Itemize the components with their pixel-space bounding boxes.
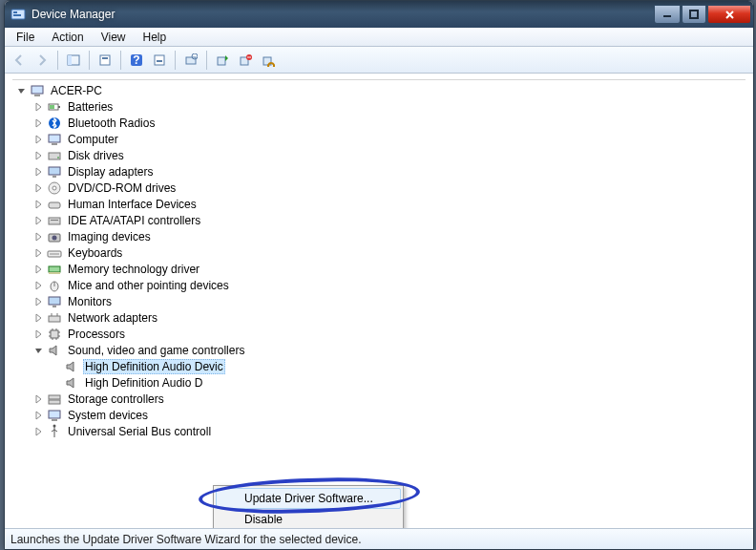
svg-point-52 — [53, 424, 56, 427]
tree-category-node[interactable]: IDE ATA/ATAPI controllers — [33, 212, 749, 228]
camera-icon — [47, 229, 62, 244]
svg-rect-33 — [49, 202, 60, 208]
svg-point-28 — [57, 157, 59, 159]
tree-category-node[interactable]: Human Interface Devices — [33, 196, 749, 212]
expander-closed-icon[interactable] — [33, 296, 45, 307]
tree-category-label: Sound, video and game controllers — [66, 344, 246, 357]
tree-category-node[interactable]: Disk drives — [33, 147, 749, 163]
expander-closed-icon[interactable] — [33, 199, 45, 210]
dvd-icon — [47, 180, 62, 196]
ctx-disable[interactable]: Disable — [216, 509, 401, 528]
tree-category-node[interactable]: Computer — [33, 131, 749, 147]
tree-category-node[interactable]: Display adapters — [33, 163, 749, 180]
tree-category-node[interactable]: Mice and other pointing devices — [33, 277, 749, 293]
svg-rect-19 — [32, 86, 43, 94]
tree-category-node[interactable]: Network adapters — [33, 309, 749, 326]
menu-file[interactable]: File — [9, 30, 42, 45]
cpu-icon — [47, 327, 62, 342]
expander-closed-icon[interactable] — [33, 247, 45, 259]
expander-open-icon[interactable] — [16, 85, 28, 96]
memory-icon — [47, 262, 62, 277]
maximize-button[interactable] — [682, 5, 706, 24]
window-title: Device Manager — [32, 8, 653, 21]
tree-device-label: High Definition Audio Devic — [83, 359, 225, 374]
mouse-icon — [47, 278, 62, 293]
menu-view[interactable]: View — [94, 30, 134, 45]
expander-closed-icon[interactable] — [33, 150, 45, 161]
tree-category-node[interactable]: System devices — [33, 407, 749, 423]
expander-closed-icon[interactable] — [33, 426, 45, 437]
scan-hardware-button[interactable] — [180, 50, 201, 71]
tree-category-label: Batteries — [66, 100, 115, 114]
properties-button[interactable] — [94, 50, 116, 71]
expander-closed-icon[interactable] — [33, 182, 45, 194]
show-hide-console-tree-button[interactable] — [63, 50, 84, 71]
device-manager-window: Device Manager File Action View Help ? — [4, 0, 754, 550]
expander-closed-icon[interactable] — [33, 166, 45, 178]
tree-category-node[interactable]: Processors — [33, 326, 749, 342]
disable-button[interactable] — [258, 50, 279, 71]
tree-category-node[interactable]: Monitors — [33, 293, 749, 309]
expander-closed-icon[interactable] — [33, 264, 45, 275]
minimize-button[interactable] — [654, 5, 681, 24]
back-button[interactable] — [9, 50, 30, 71]
titlebar[interactable]: Device Manager — [5, 1, 753, 28]
bluetooth-icon — [47, 116, 62, 131]
tree-category-node[interactable]: Sound, video and game controllers — [33, 342, 749, 358]
svg-rect-23 — [50, 105, 54, 109]
menu-action[interactable]: Action — [44, 30, 91, 45]
svg-rect-40 — [49, 266, 60, 272]
forward-button[interactable] — [32, 50, 52, 71]
expander-closed-icon[interactable] — [33, 410, 45, 421]
svg-rect-25 — [49, 135, 60, 142]
tree-category-node[interactable]: Memory technology driver — [33, 261, 749, 277]
expander-closed-icon[interactable] — [33, 134, 45, 145]
svg-rect-41 — [49, 272, 60, 274]
action-button[interactable] — [149, 50, 170, 71]
tree-root-node[interactable]: ACER-PC — [16, 82, 749, 98]
expander-closed-icon[interactable] — [33, 231, 45, 243]
tree-category-label: Processors — [66, 328, 127, 341]
tree-category-node[interactable]: DVD/CD-ROM drives — [33, 180, 749, 196]
hid-icon — [47, 197, 62, 212]
tree-category-label: Computer — [66, 133, 120, 146]
svg-rect-46 — [49, 316, 60, 322]
tree-category-label: Imaging devices — [66, 230, 153, 243]
expander-closed-icon[interactable] — [33, 393, 45, 405]
expander-closed-icon[interactable] — [33, 101, 45, 113]
tree-device-node[interactable]: High Definition Audio Devic — [51, 358, 749, 374]
tree-category-label: System devices — [66, 409, 150, 422]
ctx-update-driver[interactable]: Update Driver Software... — [216, 488, 401, 509]
tree-device-node[interactable]: High Definition Audio D — [51, 374, 749, 391]
svg-rect-44 — [49, 297, 60, 305]
close-button[interactable] — [707, 5, 751, 24]
computer-icon — [47, 132, 62, 147]
expander-closed-icon[interactable] — [33, 215, 45, 226]
svg-rect-4 — [690, 11, 698, 18]
tree-category-label: Keyboards — [66, 246, 124, 260]
help-button[interactable]: ? — [126, 50, 147, 71]
content-divider — [12, 79, 746, 80]
expander-closed-icon[interactable] — [33, 328, 45, 340]
uninstall-button[interactable] — [235, 50, 256, 71]
tree-category-label: Bluetooth Radios — [66, 116, 157, 130]
expander-open-icon[interactable] — [33, 345, 45, 356]
expander-closed-icon[interactable] — [33, 312, 45, 324]
svg-rect-39 — [50, 253, 59, 255]
tree-category-label: Monitors — [66, 295, 114, 308]
svg-rect-30 — [52, 176, 56, 178]
expander-closed-icon[interactable] — [33, 117, 45, 129]
tree-category-node[interactable]: Storage controllers — [33, 391, 749, 407]
device-tree-pane[interactable]: ACER-PCBatteriesBluetooth RadiosComputer… — [5, 74, 753, 528]
system-icon — [47, 408, 62, 423]
tree-category-node[interactable]: Batteries — [33, 98, 749, 115]
tree-category-node[interactable]: Bluetooth Radios — [33, 115, 749, 131]
toolbar-separator — [206, 51, 207, 70]
expander-closed-icon[interactable] — [33, 280, 45, 291]
tree-category-node[interactable]: Universal Serial Bus controll — [33, 423, 749, 439]
update-driver-button[interactable] — [212, 50, 233, 71]
menu-help[interactable]: Help — [136, 30, 175, 45]
tree-category-node[interactable]: Imaging devices — [33, 228, 749, 244]
tree-category-node[interactable]: Keyboards — [33, 244, 749, 261]
svg-rect-35 — [51, 220, 58, 221]
